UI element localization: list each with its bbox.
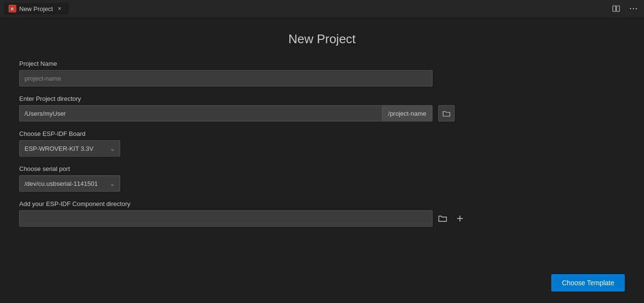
title-bar-left: E New Project ×: [4, 3, 68, 14]
page-title: New Project: [19, 32, 625, 47]
tab-new-project[interactable]: E New Project ×: [4, 3, 68, 14]
split-editor-button[interactable]: [609, 3, 623, 14]
svg-point-6: [636, 8, 637, 9]
project-directory-label: Enter Project directory: [19, 95, 625, 102]
project-name-label: Project Name: [19, 60, 625, 67]
component-directory-input[interactable]: [19, 210, 433, 227]
esp-icon: E: [9, 5, 16, 12]
directory-suffix: /project-name: [382, 105, 433, 121]
board-label: Choose ESP-IDF Board: [19, 130, 625, 137]
svg-rect-2: [613, 6, 616, 12]
main-content: New Project Project Name Enter Project d…: [0, 17, 644, 250]
more-actions-button[interactable]: [627, 3, 640, 14]
component-directory-label: Add your ESP-IDF Component directory: [19, 200, 625, 207]
choose-template-button[interactable]: Choose Template: [551, 274, 625, 291]
title-bar: E New Project ×: [0, 0, 644, 17]
browse-directory-button[interactable]: [438, 105, 455, 121]
project-directory-input[interactable]: [19, 105, 382, 121]
svg-point-4: [630, 8, 631, 9]
svg-text:E: E: [11, 7, 14, 11]
board-select-wrapper: ESP-WROVER-KIT 3.3V ESP32-DevKitC ESP-WR…: [19, 140, 120, 157]
footer-actions: Choose Template: [551, 274, 625, 291]
board-section: Choose ESP-IDF Board ESP-WROVER-KIT 3.3V…: [19, 130, 625, 157]
tab-label: New Project: [19, 5, 53, 12]
component-directory-section: Add your ESP-IDF Component directory: [19, 200, 625, 227]
add-component-button[interactable]: [453, 211, 467, 226]
component-directory-row: [19, 210, 625, 227]
serial-port-select[interactable]: /dev/cu.usbserial-1141501 /dev/cu.usbser…: [19, 175, 120, 192]
title-bar-right: [609, 3, 640, 14]
tab-close-button[interactable]: ×: [56, 5, 63, 12]
browse-component-button[interactable]: [435, 211, 450, 226]
serial-port-section: Choose serial port /dev/cu.usbserial-114…: [19, 165, 625, 192]
serial-port-select-wrapper: /dev/cu.usbserial-1141501 /dev/cu.usbser…: [19, 175, 120, 192]
svg-rect-3: [617, 6, 619, 12]
svg-point-5: [633, 8, 634, 9]
project-name-input[interactable]: [19, 70, 433, 86]
board-select[interactable]: ESP-WROVER-KIT 3.3V ESP32-DevKitC ESP-WR…: [19, 140, 120, 157]
project-directory-section: Enter Project directory /project-name: [19, 95, 625, 121]
project-name-section: Project Name: [19, 60, 625, 86]
directory-row: /project-name: [19, 105, 433, 121]
serial-port-label: Choose serial port: [19, 165, 625, 172]
